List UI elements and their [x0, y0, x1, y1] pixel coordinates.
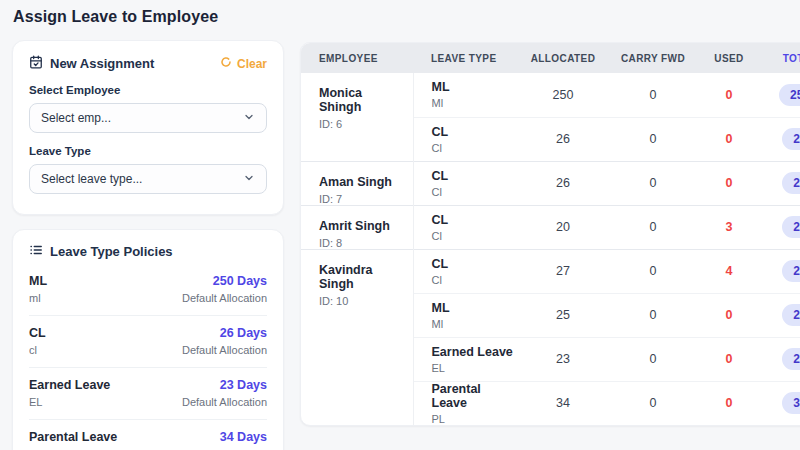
employee-id: ID: 10 [319, 295, 405, 307]
employee-name: Monica Shingh [319, 86, 405, 114]
policy-code: cl [29, 344, 46, 356]
total-cell: 26 [765, 161, 800, 205]
chevron-down-icon [243, 172, 255, 187]
total-cell: 26 [765, 117, 800, 161]
leave-policies-card: Leave Type Policies ML ml 250 Days Defau… [12, 229, 284, 450]
employee-cell: Amrit Singh ID: 8 [301, 205, 413, 249]
leave-code: Ml [432, 318, 514, 330]
leave-policies-title-label: Leave Type Policies [50, 244, 173, 259]
leave-type-cell: CL Cl [413, 117, 513, 161]
total-badge: 34 [782, 392, 800, 414]
new-assignment-header: New Assignment Clear [29, 55, 267, 72]
total-cell: 34 [765, 381, 800, 425]
chevron-down-icon [243, 111, 255, 126]
carry-fwd-cell: 0 [613, 161, 693, 205]
employee-select[interactable]: Select emp... [29, 103, 267, 133]
leave-type-cell: ML Ml [413, 293, 513, 337]
used-cell: 3 [693, 205, 765, 249]
leave-type-cell: Earned Leave EL [413, 337, 513, 381]
used-cell: 0 [693, 293, 765, 337]
leave-name: CL [432, 257, 514, 271]
clear-button[interactable]: Clear [220, 56, 267, 71]
total-badge: 26 [782, 172, 800, 194]
allocated-cell: 20 [513, 205, 613, 249]
app-frame: Assign Leave to Employee New Assignm [0, 0, 800, 450]
allocated-cell: 34 [513, 381, 613, 425]
total-badge: 250 [779, 84, 800, 106]
list-icon [29, 243, 43, 260]
leave-type-cell: CL Cl [413, 249, 513, 293]
employee-cell: Kavindra Singh ID: 10 [301, 249, 413, 425]
policy-name: CL [29, 326, 46, 340]
total-cell: 20 [765, 205, 800, 249]
policy-name: Earned Leave [29, 378, 110, 392]
leave-type-select-value: Select leave type... [41, 172, 142, 186]
policy-code: EL [29, 396, 110, 408]
clear-button-label: Clear [237, 57, 267, 71]
table-header-row: EMPLOYEE LEAVE TYPE ALLOCATED CARRY FWD … [301, 43, 800, 73]
calendar-check-icon [29, 55, 43, 72]
used-cell: 0 [693, 381, 765, 425]
leave-name: ML [432, 301, 514, 315]
column-header-carry-fwd: CARRY FWD [613, 43, 693, 73]
policy-item: ML ml 250 Days Default Allocation [29, 264, 267, 316]
total-badge: 26 [782, 128, 800, 150]
table-row: Monica Shingh ID: 6 ML Ml 250 0 0 250 [301, 73, 800, 117]
carry-fwd-cell: 0 [613, 381, 693, 425]
employee-id: ID: 8 [319, 237, 405, 249]
column-header-leave-type: LEAVE TYPE [413, 43, 513, 73]
leave-type-label: Leave Type [29, 145, 267, 157]
used-cell: 4 [693, 249, 765, 293]
leave-name: CL [432, 125, 514, 139]
employee-cell: Aman Singh ID: 7 [301, 161, 413, 205]
leave-code: Cl [432, 230, 514, 242]
leave-type-select[interactable]: Select leave type... [29, 164, 267, 194]
leave-name: ML [432, 80, 514, 94]
allocated-cell: 26 [513, 117, 613, 161]
employee-name: Kavindra Singh [319, 263, 405, 291]
column-header-used: USED [693, 43, 765, 73]
select-employee-label: Select Employee [29, 84, 267, 96]
policy-code: ml [29, 292, 47, 304]
new-assignment-title-label: New Assignment [50, 56, 154, 71]
total-badge: 23 [782, 348, 800, 370]
leave-balances-table-card: EMPLOYEE LEAVE TYPE ALLOCATED CARRY FWD … [300, 42, 800, 426]
leave-type-cell: CL Cl [413, 161, 513, 205]
table-row: Kavindra Singh ID: 10 CL Cl 27 0 4 27 [301, 249, 800, 293]
policy-default-label: Default Allocation [182, 396, 267, 408]
total-cell: 23 [765, 337, 800, 381]
leave-name: CL [432, 169, 514, 183]
allocated-cell: 26 [513, 161, 613, 205]
leave-name: CL [432, 213, 514, 227]
leave-name: Parental Leave [432, 382, 514, 410]
column-header-employee: EMPLOYEE [301, 43, 413, 73]
leave-balances-table: EMPLOYEE LEAVE TYPE ALLOCATED CARRY FWD … [301, 43, 800, 425]
total-badge: 25 [782, 304, 800, 326]
total-badge: 20 [782, 216, 800, 238]
policy-days: 26 Days [182, 326, 267, 340]
leave-policies-title: Leave Type Policies [29, 243, 267, 260]
table-row: Aman Singh ID: 7 CL Cl 26 0 0 26 [301, 161, 800, 205]
employee-name: Aman Singh [319, 175, 405, 189]
policy-name: ML [29, 274, 47, 288]
employee-name: Amrit Singh [319, 219, 405, 233]
total-cell: 27 [765, 249, 800, 293]
policy-default-label: Default Allocation [182, 344, 267, 356]
policy-days: 34 Days [182, 430, 267, 444]
column-header-total: TOTAL [765, 43, 800, 73]
total-cell: 250 [765, 73, 800, 117]
new-assignment-title: New Assignment [29, 55, 154, 72]
allocated-cell: 23 [513, 337, 613, 381]
total-badge: 27 [782, 260, 800, 282]
policy-item: Parental Leave PL 34 Days Default Alloca… [29, 420, 267, 450]
allocated-cell: 27 [513, 249, 613, 293]
new-assignment-card: New Assignment Clear Select Employee Sel… [12, 40, 284, 215]
leave-code: PL [432, 413, 514, 425]
allocated-cell: 250 [513, 73, 613, 117]
policy-item: CL cl 26 Days Default Allocation [29, 316, 267, 368]
leave-type-cell: ML Ml [413, 73, 513, 117]
left-sidebar: New Assignment Clear Select Employee Sel… [12, 40, 284, 450]
page-title: Assign Leave to Employee [13, 8, 218, 26]
column-header-allocated: ALLOCATED [513, 43, 613, 73]
carry-fwd-cell: 0 [613, 249, 693, 293]
